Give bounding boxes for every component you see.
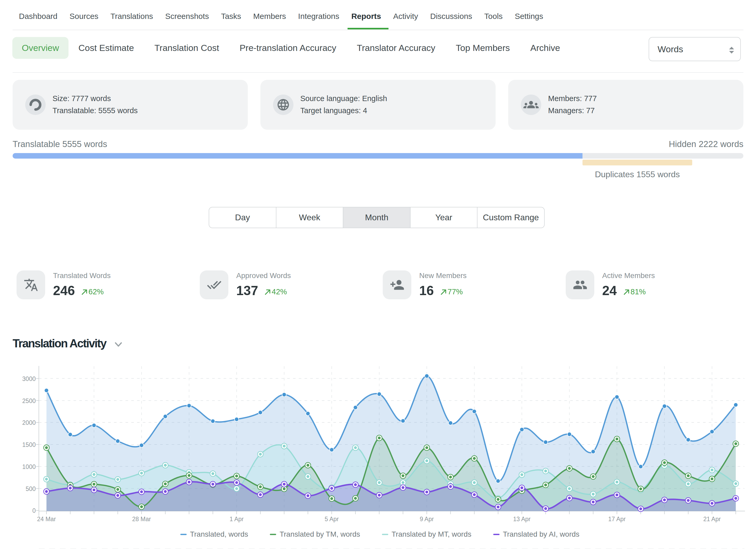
svg-text:24 Mar: 24 Mar: [37, 516, 56, 522]
svg-text:9 Apr: 9 Apr: [420, 516, 434, 522]
svg-text:28 Mar: 28 Mar: [132, 516, 151, 522]
svg-text:2500: 2500: [22, 398, 36, 404]
svg-text:21 Apr: 21 Apr: [703, 516, 721, 522]
svg-text:1 Apr: 1 Apr: [230, 516, 244, 522]
svg-text:500: 500: [26, 485, 36, 492]
svg-text:2000: 2000: [22, 419, 36, 426]
svg-text:0: 0: [32, 507, 36, 514]
svg-text:1500: 1500: [22, 441, 36, 448]
svg-text:5 Apr: 5 Apr: [325, 516, 339, 522]
svg-text:17 Apr: 17 Apr: [608, 516, 626, 522]
svg-text:3000: 3000: [22, 375, 36, 382]
svg-text:13 Apr: 13 Apr: [513, 516, 531, 522]
svg-text:1000: 1000: [22, 463, 36, 470]
